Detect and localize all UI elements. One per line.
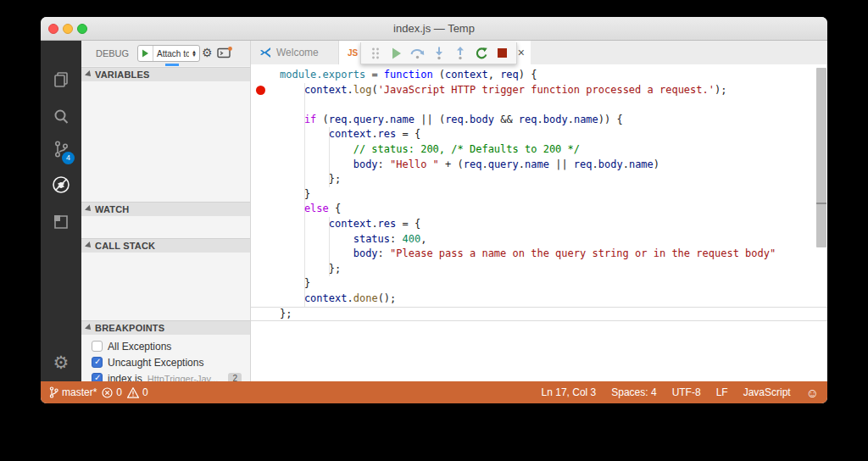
code-editor[interactable]: module.exports = function (context, req)…: [251, 64, 827, 381]
stop-button[interactable]: [493, 44, 512, 63]
section-header-variables[interactable]: VARIABLES: [81, 67, 250, 81]
breakpoints-body: All Exceptions Uncaught Exceptions index…: [81, 335, 250, 381]
debug-config-dropdown[interactable]: Attach to ▲▼: [137, 45, 200, 62]
collapse-arrow-icon: [85, 324, 93, 332]
code-line-10[interactable]: else {: [280, 202, 776, 217]
settings-gear-icon[interactable]: ⚙: [41, 353, 81, 373]
explorer-icon[interactable]: [41, 63, 81, 97]
toolbar-drag-handle[interactable]: [366, 44, 385, 63]
start-debug-icon[interactable]: [138, 46, 153, 61]
code-line-12[interactable]: status: 400,: [280, 232, 776, 247]
error-count[interactable]: 0: [102, 386, 122, 398]
restart-button[interactable]: [472, 44, 491, 63]
debug-icon[interactable]: [41, 168, 81, 202]
debug-console-icon[interactable]: [217, 47, 232, 62]
code-content: module.exports = function (context, req)…: [280, 68, 776, 321]
branch-name: master*: [62, 386, 97, 398]
extensions-icon[interactable]: [41, 205, 81, 239]
code-line-11[interactable]: context.res = {: [280, 217, 776, 232]
tab-bar: Welcome JS index.js ×: [251, 41, 827, 64]
source-control-badge: 4: [62, 152, 75, 164]
dropdown-stepper-icon: ▲▼: [189, 50, 199, 57]
section-header-breakpoints[interactable]: BREAKPOINTS: [81, 320, 250, 335]
activity-bar: 4 ⚙: [41, 41, 81, 381]
checkbox-unchecked[interactable]: [92, 341, 103, 352]
editor-scrollbar[interactable]: [816, 68, 826, 247]
breakpoint-dot[interactable]: [256, 86, 265, 95]
code-line-17[interactable]: };: [280, 307, 776, 322]
code-line-8[interactable]: };: [280, 172, 776, 187]
git-branch-icon: [49, 386, 58, 398]
window-title: index.js — Temp: [41, 17, 827, 41]
code-line-14[interactable]: };: [280, 262, 776, 277]
collapse-arrow-icon: [85, 205, 93, 214]
scrollbar-divider: [816, 203, 826, 204]
error-icon: [102, 387, 113, 398]
section-header-call-stack[interactable]: CALL STACK: [81, 238, 250, 253]
error-count-value: 0: [116, 386, 122, 398]
tab-label: Welcome: [276, 47, 319, 58]
continue-button[interactable]: [387, 44, 406, 63]
cursor-position[interactable]: Ln 17, Col 3: [542, 386, 597, 398]
code-line-6[interactable]: // status: 200, /* Defaults to 200 */: [280, 142, 776, 158]
feedback-smiley-icon[interactable]: ☺: [806, 386, 819, 399]
source-control-icon[interactable]: 4: [41, 132, 81, 166]
search-icon[interactable]: [41, 100, 81, 134]
eol-setting[interactable]: LF: [716, 386, 728, 398]
debug-sidebar: DEBUG Attach to ▲▼ ⚙ VARIABLES: [81, 41, 251, 381]
code-line-13[interactable]: body: "Please pass a name on the query s…: [280, 247, 776, 262]
code-line-3[interactable]: [280, 97, 776, 113]
variables-body: [81, 81, 250, 202]
breakpoint-row-uncaught-exceptions[interactable]: Uncaught Exceptions: [81, 354, 250, 370]
breakpoint-label: Uncaught Exceptions: [108, 357, 203, 369]
code-line-15[interactable]: }: [280, 276, 776, 292]
section-label: VARIABLES: [95, 69, 150, 80]
step-out-button[interactable]: [451, 44, 470, 63]
code-line-5[interactable]: context.res = {: [280, 127, 776, 142]
debug-toolbar: [360, 42, 517, 64]
step-over-button[interactable]: [409, 44, 427, 63]
collapse-arrow-icon: [85, 242, 93, 250]
code-line-2[interactable]: context.log('JavaScript HTTP trigger fun…: [280, 83, 776, 98]
watch-body: [81, 216, 250, 238]
debug-panel-header: DEBUG Attach to ▲▼ ⚙: [81, 41, 250, 66]
titlebar: index.js — Temp: [41, 17, 827, 41]
encoding-setting[interactable]: UTF-8: [672, 386, 701, 398]
debug-config-label: Attach to: [153, 49, 189, 58]
warning-icon: [127, 387, 139, 398]
code-line-1[interactable]: module.exports = function (context, req)…: [280, 68, 776, 83]
code-line-9[interactable]: }: [280, 187, 776, 203]
close-tab-icon[interactable]: ×: [518, 46, 525, 59]
javascript-file-icon: JS: [348, 48, 358, 58]
code-line-4[interactable]: if (req.query.name || (req.body && req.b…: [280, 113, 776, 128]
git-branch-status[interactable]: master*: [49, 386, 97, 398]
code-line-16[interactable]: context.done();: [280, 292, 776, 307]
call-stack-body: [81, 253, 250, 320]
vscode-window: index.js — Temp 4: [41, 17, 827, 403]
code-line-7[interactable]: body: "Hello " + (req.query.name || req.…: [280, 158, 776, 173]
checkbox-checked[interactable]: [92, 357, 103, 368]
focus-underline: [165, 64, 179, 66]
warning-count-value: 0: [142, 386, 148, 398]
debug-panel-title: DEBUG: [96, 48, 129, 58]
collapse-arrow-icon: [85, 70, 93, 79]
section-label: CALL STACK: [95, 241, 155, 251]
status-bar: master* 0 0 Ln 17, Col 3 Spaces: 4 UTF-8…: [41, 381, 827, 403]
editor-group: Welcome JS index.js × module.exports = f…: [251, 41, 827, 381]
indentation-setting[interactable]: Spaces: 4: [611, 386, 656, 398]
vscode-logo-icon: [259, 47, 271, 58]
configure-gear-icon[interactable]: ⚙: [202, 46, 213, 59]
language-mode[interactable]: JavaScript: [743, 386, 791, 398]
section-label: WATCH: [95, 204, 130, 214]
section-label: BREAKPOINTS: [95, 323, 164, 333]
breakpoint-label: All Exceptions: [108, 341, 171, 353]
warning-count[interactable]: 0: [127, 386, 148, 398]
section-header-watch[interactable]: WATCH: [81, 202, 250, 216]
step-into-button[interactable]: [430, 44, 448, 63]
breakpoint-row-all-exceptions[interactable]: All Exceptions: [81, 338, 250, 354]
tab-welcome[interactable]: Welcome: [251, 41, 339, 64]
